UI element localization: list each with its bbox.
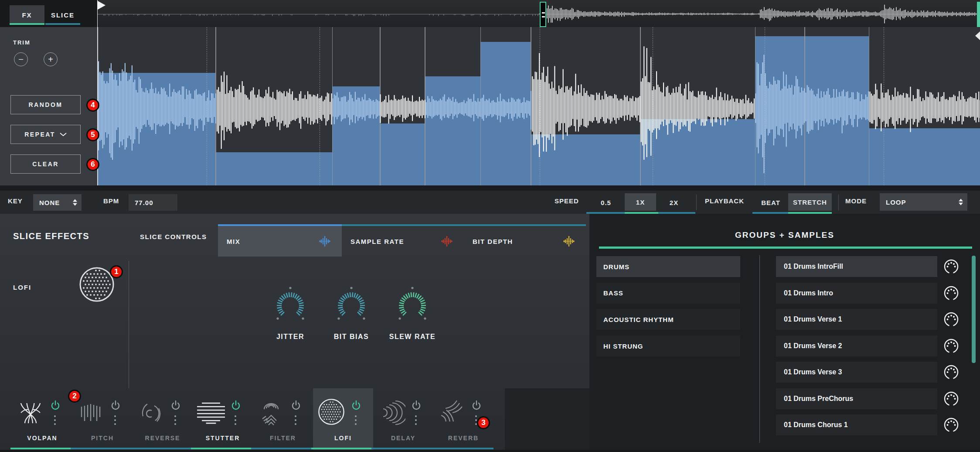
power-icon[interactable] xyxy=(290,400,302,411)
annotation-badge-5: 5 xyxy=(86,128,99,141)
power-icon[interactable] xyxy=(230,400,242,411)
power-holder xyxy=(170,400,181,413)
mode-select[interactable]: LOOP xyxy=(880,193,967,211)
kebab-menu-icon[interactable] xyxy=(174,415,176,425)
power-icon[interactable] xyxy=(411,400,422,411)
bpm-input[interactable]: 77.00 xyxy=(129,194,177,211)
overview-loop-marker[interactable] xyxy=(540,2,546,27)
sample-item[interactable]: 01 Drums Verse 1 xyxy=(776,309,937,330)
slice-controls-tab-mix[interactable]: MIX xyxy=(218,226,342,257)
midi-icon[interactable] xyxy=(943,258,960,275)
knob-jitter[interactable]: JITTER xyxy=(255,281,325,341)
midi-icon[interactable] xyxy=(943,390,960,407)
midi-icon-holder xyxy=(943,416,960,434)
sample-item[interactable]: 01 Drums PreChorus xyxy=(776,388,937,409)
divider xyxy=(838,195,839,210)
kebab-menu-icon[interactable] xyxy=(114,415,116,425)
lofi-icon[interactable] xyxy=(317,398,345,426)
key-value: NONE xyxy=(39,199,60,206)
playback-option-beat[interactable]: BEAT xyxy=(755,194,786,211)
slice-controls-tab-bit-depth[interactable]: BIT DEPTH xyxy=(464,226,586,257)
stutter-icon[interactable] xyxy=(197,398,225,426)
group-item[interactable]: HI STRUNG xyxy=(596,336,740,356)
power-icon[interactable] xyxy=(50,400,61,411)
effect-slot-delay[interactable]: DELAY xyxy=(373,388,433,452)
power-icon[interactable] xyxy=(170,400,181,411)
sample-item[interactable]: 01 Drums Verse 2 xyxy=(776,336,937,356)
midi-icon[interactable] xyxy=(943,337,960,355)
power-icon[interactable] xyxy=(350,400,362,411)
playhead-flag-icon[interactable] xyxy=(98,1,106,10)
filter-icon[interactable] xyxy=(257,398,285,426)
tab-slice[interactable]: SLICE xyxy=(45,5,80,25)
group-item[interactable]: ACOUSTIC RHYTHM xyxy=(596,309,740,330)
tab-fx[interactable]: FX xyxy=(10,5,44,25)
effect-slot-filter[interactable]: FILTER xyxy=(253,388,313,452)
midi-icon[interactable] xyxy=(943,363,960,381)
slice-controls-tab-sample-rate[interactable]: SAMPLE RATE xyxy=(342,226,464,257)
spinner-arrows-icon[interactable] xyxy=(73,199,77,206)
midi-icon[interactable] xyxy=(943,416,960,434)
loop-marker-grip xyxy=(542,12,545,14)
action-button-clear[interactable]: CLEAR xyxy=(10,154,81,174)
key-select[interactable]: NONE xyxy=(33,194,82,211)
effect-underline xyxy=(311,448,373,449)
trim-plus-button[interactable]: + xyxy=(44,52,58,66)
volpan-icon[interactable] xyxy=(17,398,44,426)
sample-item[interactable]: 01 Drums Intro xyxy=(776,283,937,304)
effect-slot-reverse[interactable]: REVERSE xyxy=(133,388,193,452)
midi-icon-holder xyxy=(943,363,960,381)
knob-dial[interactable] xyxy=(327,281,375,329)
overview-end-handle[interactable] xyxy=(977,2,980,27)
group-item[interactable]: BASS xyxy=(596,283,740,304)
trim-minus-button[interactable]: − xyxy=(14,52,28,66)
reverb-icon[interactable] xyxy=(438,398,466,426)
power-holder xyxy=(110,400,121,413)
speed-option-0.5[interactable]: 0.5 xyxy=(594,194,618,211)
sample-list-scrollbar[interactable] xyxy=(972,256,976,363)
sample-item[interactable]: 01 Drums Verse 3 xyxy=(776,362,937,383)
power-icon[interactable] xyxy=(471,400,482,411)
delay-icon[interactable] xyxy=(378,398,405,426)
power-icon[interactable] xyxy=(110,400,121,411)
playback-option-stretch[interactable]: STRETCH xyxy=(788,193,832,211)
speed-option-2x[interactable]: 2X xyxy=(662,194,686,211)
speed-option-1x[interactable]: 1X xyxy=(625,193,656,211)
action-button-random[interactable]: RANDOM xyxy=(10,95,81,114)
effect-slot-lofi[interactable]: LOFI xyxy=(313,388,373,452)
midi-icon[interactable] xyxy=(943,311,960,328)
pitch-icon[interactable] xyxy=(77,398,105,426)
kebab-menu-icon[interactable] xyxy=(54,415,56,425)
knob-bit-bias[interactable]: BIT BIAS xyxy=(316,281,386,341)
sample-item[interactable]: 01 Drums Chorus 1 xyxy=(776,414,937,435)
effect-underline xyxy=(251,448,313,449)
effect-slot-volpan[interactable]: VOLPAN xyxy=(12,388,72,452)
effect-slot-stutter[interactable]: STUTTER xyxy=(193,388,253,452)
effect-icon-holder xyxy=(17,398,44,426)
right-trim-handle-icon[interactable] xyxy=(975,31,980,41)
effect-underline xyxy=(371,448,433,449)
knob-dial[interactable] xyxy=(388,281,436,329)
effect-slot-pitch[interactable]: PITCH xyxy=(72,388,133,452)
wave-icon xyxy=(562,235,575,247)
sample-item[interactable]: 01 Drums IntroFill xyxy=(776,256,937,277)
group-item[interactable]: DRUMS xyxy=(596,256,740,277)
reverse-icon[interactable] xyxy=(137,398,165,426)
annotation-badge-2: 2 xyxy=(68,390,81,403)
kebab-menu-icon[interactable] xyxy=(415,415,417,425)
slice-waveform-editor[interactable] xyxy=(97,27,980,185)
sample-name: 01 Drums PreChorus xyxy=(784,395,853,403)
power-holder xyxy=(411,400,422,413)
midi-icon[interactable] xyxy=(943,284,960,302)
action-button-repeat[interactable]: REPEAT xyxy=(10,125,81,144)
knob-dial[interactable] xyxy=(266,281,314,329)
waveform-overview-strip[interactable] xyxy=(0,0,980,27)
knob-slew-rate[interactable]: SLEW RATE xyxy=(378,281,447,341)
kebab-menu-icon[interactable] xyxy=(355,415,357,425)
spinner-arrows-icon[interactable] xyxy=(959,199,963,205)
tab-slice-label: SLICE xyxy=(51,11,75,19)
kebab-menu-icon[interactable] xyxy=(295,415,296,425)
effect-icon-holder xyxy=(137,398,165,426)
speed-label: SPEED xyxy=(555,197,579,205)
kebab-menu-icon[interactable] xyxy=(235,415,236,425)
